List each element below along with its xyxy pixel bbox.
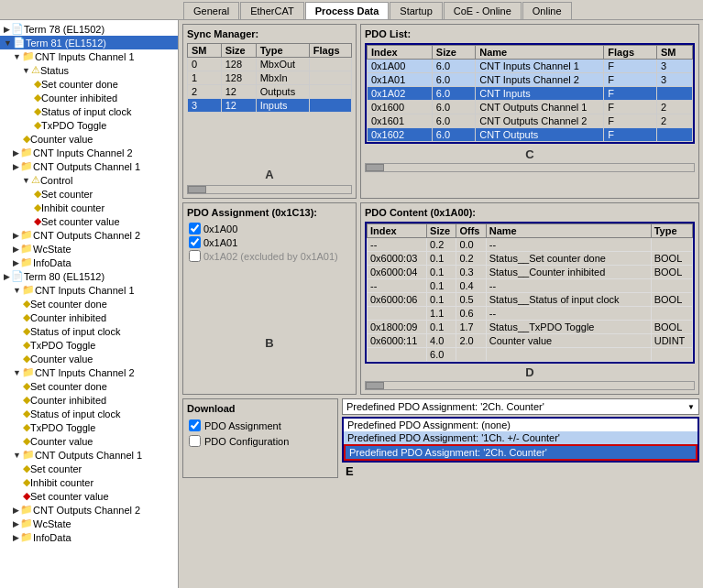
download-section: Download PDO Assignment PDO Configuratio…	[182, 398, 338, 478]
pc-col-index: Index	[368, 224, 427, 238]
pdo-assignment-checkbox[interactable]	[189, 419, 201, 431]
predefined-combo-arrow: ▼	[687, 403, 695, 411]
sm-row-2[interactable]: 2 12 Outputs	[188, 85, 352, 99]
tree-t80-cnt-outputs-ch1[interactable]: ▼ 📁 CNT Outputs Channel 1	[0, 448, 178, 462]
tree-t80-counter-inhibited[interactable]: ◆ Counter inhibited	[0, 310, 178, 324]
tab-online[interactable]: Online	[522, 2, 572, 19]
pdo-list-border: Index Size Name Flags SM 0x1A00	[365, 43, 695, 144]
tree-t80-set-counter-done[interactable]: ◆ Set counter done	[0, 297, 178, 310]
pc-col-name: Name	[486, 224, 651, 238]
sm-col-type: Type	[256, 44, 309, 58]
tree-t80-ch2-counter-inhibited[interactable]: ◆ Counter inhibited	[0, 393, 178, 407]
tree-set-counter-done[interactable]: ◆ Set counter done	[0, 77, 178, 91]
pc-row-7[interactable]: 0x1800:09 0.1 1.7 Status__TxPDO Toggle B…	[368, 321, 693, 334]
tree-term80[interactable]: ▶ 📄 Term 80 (EL1512)	[0, 269, 178, 283]
tree-cnt-outputs-ch2[interactable]: ▶ 📁 CNT Outputs Channel 2	[0, 228, 178, 242]
tree-t80-counter-value[interactable]: ◆ Counter value	[0, 352, 178, 365]
pc-col-offs: Offs	[456, 224, 486, 238]
pdo-assign-checkbox-1a01[interactable]	[189, 236, 201, 248]
tree-counter-value[interactable]: ◆ Counter value	[0, 132, 178, 146]
tree-cnt-outputs-ch1[interactable]: ▶ 📁 CNT Outputs Channel 1	[0, 159, 178, 173]
tree-t80-cnt-inputs-ch1[interactable]: ▼ 📁 CNT Inputs Channel 1	[0, 283, 178, 297]
tab-coe-online[interactable]: CoE - Online	[444, 2, 522, 19]
tree-t80-ch2-txpdo[interactable]: ◆ TxPDO Toggle	[0, 420, 178, 434]
predefined-item-2ch[interactable]: Predefined PDO Assignment: '2Ch. Counter…	[344, 444, 698, 461]
tree-set-counter[interactable]: ◆ Set counter	[0, 187, 178, 201]
tree-t80-ch2-counter-value[interactable]: ◆ Counter value	[0, 434, 178, 448]
download-pdo-assignment[interactable]: PDO Assignment	[187, 418, 334, 433]
pc-row-9[interactable]: 6.0	[368, 348, 693, 362]
pdo-list-hscroll[interactable]	[365, 163, 695, 172]
tab-startup[interactable]: Startup	[390, 2, 442, 19]
tree-txpdo-toggle[interactable]: ◆ TxPDO Toggle	[0, 118, 178, 132]
pdo-col-index: Index	[368, 46, 433, 60]
sidebar: ▶ 📄 Term 78 (EL1502) ▼ 📄 Term 81 (EL1512…	[0, 20, 179, 588]
pdo-row-1a02[interactable]: 0x1A02 6.0 CNT Inputs F	[368, 87, 693, 101]
app-container: General EtherCAT Process Data Startup Co…	[0, 0, 703, 588]
tree-t80-inhibit-counter[interactable]: ◆ Inhibit counter	[0, 475, 178, 489]
tree-status[interactable]: ▼ ⚠ Status	[0, 63, 178, 77]
expand-icon-status: ▼	[22, 66, 30, 75]
sm-row-0[interactable]: 0 128 MbxOut	[188, 58, 352, 71]
predefined-combo-value: Predefined PDO Assignment: '2Ch. Counter…	[346, 401, 544, 412]
tree-t80-infodata[interactable]: ▶ 📁 InfoData	[0, 530, 178, 544]
pc-row-6[interactable]: 1.1 0.6 --	[368, 307, 693, 321]
pdo-assign-item-1a00[interactable]: 0x1A00	[187, 222, 352, 235]
pc-row-5[interactable]: 0x6000:06 0.1 0.5 Status__Status of inpu…	[368, 293, 693, 307]
tree-cnt-inputs-ch2[interactable]: ▶ 📁 CNT Inputs Channel 2	[0, 146, 178, 159]
pdo-content-border: Index Size Offs Name Type --	[365, 222, 695, 364]
pdo-assign-item-1a02[interactable]: 0x1A02 (excluded by 0x1A01)	[187, 249, 352, 263]
pc-row-1[interactable]: -- 0.2 0.0 --	[368, 238, 693, 252]
tab-general[interactable]: General	[183, 2, 239, 19]
pc-row-3[interactable]: 0x6000:04 0.1 0.3 Status__Counter inhibi…	[368, 266, 693, 279]
tree-infodata[interactable]: ▶ 📁 InfoData	[0, 256, 178, 269]
pdo-row-1602[interactable]: 0x1602 6.0 CNT Outputs F	[368, 128, 693, 142]
download-pdo-config[interactable]: PDO Configuration	[187, 433, 334, 449]
tree-t80-set-counter[interactable]: ◆ Set counter	[0, 462, 178, 475]
pc-row-8[interactable]: 0x6000:11 4.0 2.0 Counter value UDINT	[368, 334, 693, 348]
tree-t80-set-counter-value[interactable]: ◆ Set counter value	[0, 489, 178, 503]
tree-inhibit-counter[interactable]: ◆ Inhibit counter	[0, 201, 178, 214]
tree-t80-wcstate[interactable]: ▶ 📁 WcState	[0, 517, 178, 530]
tree-counter-inhibited[interactable]: ◆ Counter inhibited	[0, 91, 178, 104]
tree-t80-txpdo-toggle[interactable]: ◆ TxPDO Toggle	[0, 338, 178, 352]
pc-row-2[interactable]: 0x6000:03 0.1 0.2 Status__Set counter do…	[368, 252, 693, 266]
tree-t80-cnt-inputs-ch2[interactable]: ▼ 📁 CNT Inputs Channel 2	[0, 365, 178, 379]
tree-t80-ch2-status-clock[interactable]: ◆ Status of input clock	[0, 407, 178, 420]
pdo-row-1601[interactable]: 0x1601 6.0 CNT Outputs Channel 2 F 2	[368, 114, 693, 128]
label-e: E	[342, 464, 699, 478]
tab-process-data[interactable]: Process Data	[305, 2, 390, 19]
pdo-row-1a00[interactable]: 0x1A00 6.0 CNT Inputs Channel 1 F 3	[368, 60, 693, 73]
label-c: C	[525, 147, 533, 161]
sm-row-1[interactable]: 1 128 MbxIn	[188, 71, 352, 85]
tree-set-counter-value[interactable]: ◆ Set counter value	[0, 214, 178, 228]
sm-hscroll-thumb	[188, 186, 206, 193]
pdo-config-checkbox[interactable]	[189, 435, 201, 447]
tree-term78[interactable]: ▶ 📄 Term 78 (EL1502)	[0, 22, 178, 36]
pdo-content-hscroll[interactable]	[365, 381, 695, 390]
predefined-combo[interactable]: Predefined PDO Assignment: '2Ch. Counter…	[342, 398, 699, 415]
pdo-assignment-title: PDO Assignment (0x1C13):	[187, 207, 352, 218]
tree-status-input-clock[interactable]: ◆ Status of input clock	[0, 104, 178, 118]
content-area: ▶ 📄 Term 78 (EL1502) ▼ 📄 Term 81 (EL1512…	[0, 20, 703, 588]
sm-row-3[interactable]: 3 12 Inputs	[188, 99, 352, 113]
predefined-item-1ch[interactable]: Predefined PDO Assignment: '1Ch. +/- Cou…	[344, 431, 698, 444]
tree-term81[interactable]: ▼ 📄 Term 81 (EL1512)	[0, 36, 178, 49]
pdo-assignment-section: PDO Assignment (0x1C13): 0x1A00 0x1A01 0…	[182, 202, 357, 395]
tree-t80-ch2-set-done[interactable]: ◆ Set counter done	[0, 379, 178, 393]
pdo-row-1600[interactable]: 0x1600 6.0 CNT Outputs Channel 1 F 2	[368, 101, 693, 114]
pdo-assign-checkbox-1a00[interactable]	[189, 223, 201, 234]
pc-row-4[interactable]: -- 0.1 0.4 --	[368, 279, 693, 293]
pdo-row-1a01[interactable]: 0x1A01 6.0 CNT Inputs Channel 2 F 3	[368, 73, 693, 87]
pdo-assign-checkbox-1a02[interactable]	[189, 250, 201, 262]
tree-t80-status-input-clock[interactable]: ◆ Status of input clock	[0, 324, 178, 338]
tab-ethercat[interactable]: EtherCAT	[240, 2, 303, 19]
tree-t80-cnt-outputs-ch2[interactable]: ▶ 📁 CNT Outputs Channel 2	[0, 503, 178, 517]
tree-wcstate[interactable]: ▶ 📁 WcState	[0, 242, 178, 256]
tree-control[interactable]: ▼ ⚠ Control	[0, 173, 178, 187]
sm-hscroll[interactable]	[187, 185, 352, 194]
pdo-assign-item-1a01[interactable]: 0x1A01	[187, 235, 352, 249]
sm-col-flags: Flags	[309, 44, 351, 58]
tree-cnt-inputs-ch1[interactable]: ▼ 📁 CNT Inputs Channel 1	[0, 49, 178, 63]
predefined-item-none[interactable]: Predefined PDO Assignment: (none)	[344, 419, 698, 431]
